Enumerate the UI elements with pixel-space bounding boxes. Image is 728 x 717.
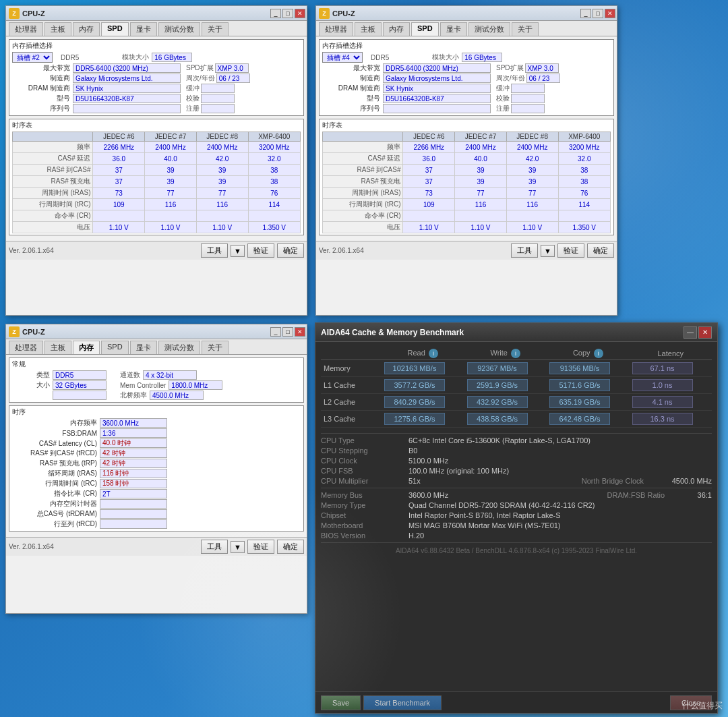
- cpuz3-trc-row: 行周期时间 (tRC) 158 时钟: [12, 479, 301, 488]
- cpuz2-tab-spd[interactable]: SPD: [411, 22, 439, 36]
- cpuz1-tools-arrow[interactable]: ▼: [231, 245, 245, 257]
- cpuz2-tools-btn[interactable]: 工具: [511, 243, 538, 258]
- cpuz1-trc-0: 109: [93, 199, 145, 210]
- cpuz3-minimize-btn[interactable]: _: [270, 327, 281, 337]
- cpuz1-verify-btn[interactable]: 验证: [247, 243, 274, 258]
- cpuz1-titlebar: Z CPU-Z _ □ ✕: [6, 6, 307, 21]
- cpuz3-tab-mainboard[interactable]: 主板: [44, 341, 71, 354]
- cpuz1-maximize-btn[interactable]: □: [282, 9, 293, 18]
- cpuz2-tab-processor[interactable]: 处理器: [319, 22, 353, 36]
- cpuz2-tab-bench[interactable]: 测试分数: [468, 22, 510, 36]
- cpuz1-tab-spd[interactable]: SPD: [101, 22, 129, 36]
- cpuz2-verify-btn[interactable]: 验证: [557, 243, 584, 258]
- cpuz3-tab-bench[interactable]: 测试分数: [158, 341, 200, 354]
- cpuz1-tab-mainboard[interactable]: 主板: [44, 22, 71, 36]
- cpuz3-memctrl-value: 1800.0 MHz: [169, 380, 222, 390]
- cpuz1-close-btn[interactable]: ✕: [295, 9, 305, 18]
- cpuz2-register-label: 注册: [496, 104, 510, 113]
- cpuz3-tab-graphics[interactable]: 显卡: [130, 341, 157, 354]
- cpuz1-tools-btn[interactable]: 工具: [201, 243, 228, 258]
- cpuz1-label-trc: 行周期时间 (tRC): [13, 199, 93, 210]
- cpuz2-cr-1: [455, 210, 507, 222]
- bench-row-name: L2 Cache: [321, 394, 382, 411]
- cpuz3-title: CPU-Z: [22, 328, 45, 336]
- cpuz2-tab-graphics[interactable]: 显卡: [440, 22, 467, 36]
- cpuz2-icon: Z: [319, 8, 330, 19]
- cpuz1-label-rascas: RAS# 到CAS#: [13, 165, 93, 176]
- bench-read-val: 3577.2 GB/s: [382, 377, 464, 394]
- aida64-start-btn[interactable]: Start Benchmark: [363, 695, 442, 710]
- cpuz3-content: 常规 类型 DDR5 通道数 4 x 32-bit 大小 32 GBytes M…: [6, 355, 307, 537]
- cpuz2-title: CPU-Z: [332, 9, 355, 18]
- cpuz2-maximize-btn[interactable]: □: [593, 9, 603, 18]
- cpuz2-tras-3: 76: [558, 188, 611, 199]
- cpuz1-tab-memory[interactable]: 内存: [73, 22, 100, 36]
- cpuz2-tab-about[interactable]: 关于: [512, 22, 539, 36]
- cpuz3-rowtrcd-label: 行至列 (tRCD): [12, 519, 100, 529]
- cpuz2-tab-mainboard[interactable]: 主板: [355, 22, 382, 36]
- cpuz3-tab-about[interactable]: 关于: [202, 341, 229, 354]
- cpuz3-maximize-btn[interactable]: □: [282, 327, 293, 337]
- read-info-icon[interactable]: i: [429, 349, 438, 358]
- cpuz1-tras-1: 77: [145, 188, 197, 199]
- cpuz1-tab-processor[interactable]: 处理器: [9, 22, 43, 36]
- cpuz2-model-value: D5U1664320B-K87: [383, 94, 491, 103]
- cpuz3-tools-btn[interactable]: 工具: [201, 540, 228, 554]
- cpuz2-tools-arrow[interactable]: ▼: [541, 245, 555, 257]
- cpuz-window-2: Z CPU-Z _ □ ✕ 处理器 主板 内存 SPD 显卡 测试分数 关于 内…: [315, 5, 617, 316]
- cpuz3-close-btn[interactable]: ✕: [295, 327, 305, 337]
- write-info-icon[interactable]: i: [511, 349, 520, 358]
- cpuz2-slot-select[interactable]: 插槽 #4: [322, 52, 363, 63]
- cpuz1-freq-3: 3200 MHz: [248, 142, 301, 153]
- cpuz1-tab-bar: 处理器 主板 内存 SPD 显卡 测试分数 关于: [6, 21, 307, 36]
- cpuz2-controls: _ □ ✕: [580, 9, 615, 18]
- cpuz3-tab-spd[interactable]: SPD: [101, 341, 129, 354]
- copy-info-icon[interactable]: i: [594, 349, 603, 358]
- cpuz3-tab-processor[interactable]: 处理器: [9, 341, 43, 354]
- aida64-divider2: [321, 488, 712, 488]
- cpuz1-tab-bench[interactable]: 测试分数: [158, 22, 200, 36]
- cpuz3-ok-btn[interactable]: 确定: [277, 540, 304, 554]
- aida64-memtype-value: Quad Channel DDR5-7200 SDRAM (40-42-42-1…: [408, 501, 595, 509]
- cpuz3-tcas-label: 总CAS号 (tRDRAM): [12, 509, 100, 519]
- aida64-col-copy: Copy i: [547, 347, 630, 360]
- aida64-dram-fsb-label: DRAM:FSB Ratio: [607, 491, 695, 499]
- aida64-mobo-row: Motherboard MSI MAG B760M Mortar Max WiF…: [321, 521, 712, 529]
- cpuz2-minimize-btn[interactable]: _: [580, 9, 591, 18]
- cpuz1-rascas-1: 39: [145, 165, 197, 176]
- cpuz1-label-tras: 周期时间 (tRAS): [13, 188, 93, 199]
- cpuz3-tab-memory[interactable]: 内存: [73, 341, 100, 354]
- cpuz1-timing-title: 时序表: [12, 121, 301, 130]
- aida64-bench-row: L3 Cache 1275.6 GB/s 438.58 GB/s 642.48 …: [321, 411, 712, 428]
- aida64-save-btn[interactable]: Save: [321, 695, 361, 710]
- cpuz1-raspre-2: 39: [196, 176, 248, 188]
- cpuz2-row-cas: CAS# 延迟 36.0 40.0 42.0 32.0: [323, 153, 611, 165]
- cpuz1-freq-2: 2400 MHz: [196, 142, 248, 153]
- cpuz1-raspre-0: 37: [93, 176, 145, 188]
- cpuz1-minimize-btn[interactable]: _: [270, 9, 281, 18]
- cpuz3-tools-arrow[interactable]: ▼: [231, 541, 245, 553]
- cpuz1-module-size-value: 16 GBytes: [152, 53, 192, 62]
- aida64-title: AIDA64 Cache & Memory Benchmark: [321, 328, 682, 337]
- aida64-minimize-btn[interactable]: —: [684, 326, 697, 339]
- cpuz3-memctrl-label: Mem Controller: [120, 382, 166, 389]
- cpuz1-ok-btn[interactable]: 确定: [277, 243, 304, 258]
- cpuz1-th-jedec6: JEDEC #6: [93, 132, 145, 142]
- cpuz1-tab-graphics[interactable]: 显卡: [130, 22, 157, 36]
- cpuz2-trc-2: 116: [506, 199, 558, 210]
- cpuz2-tab-memory[interactable]: 内存: [383, 22, 410, 36]
- cpuz1-cas-2: 42.0: [196, 153, 248, 165]
- cpuz2-close-btn[interactable]: ✕: [605, 9, 615, 18]
- aida64-close-btn[interactable]: ✕: [698, 326, 712, 339]
- cpuz1-row-cas: CAS# 延迟 36.0 40.0 42.0 32.0: [13, 153, 301, 165]
- cpuz1-tab-about[interactable]: 关于: [202, 22, 229, 36]
- cpuz3-verify-btn[interactable]: 验证: [247, 540, 274, 554]
- cpuz1-register-label: 注册: [186, 104, 200, 113]
- aida64-cpu-type-label: CPU Type: [321, 436, 408, 444]
- cpuz2-trc-0: 109: [403, 199, 455, 210]
- cpuz3-nbfreq-row: 北桥频率 4500.0 MHz: [12, 391, 301, 400]
- cpuz1-cr-2: [196, 210, 248, 222]
- cpuz2-titlebar: Z CPU-Z _ □ ✕: [316, 6, 617, 21]
- cpuz2-ok-btn[interactable]: 确定: [587, 243, 614, 258]
- cpuz1-slot-select[interactable]: 插槽 #2: [12, 52, 53, 63]
